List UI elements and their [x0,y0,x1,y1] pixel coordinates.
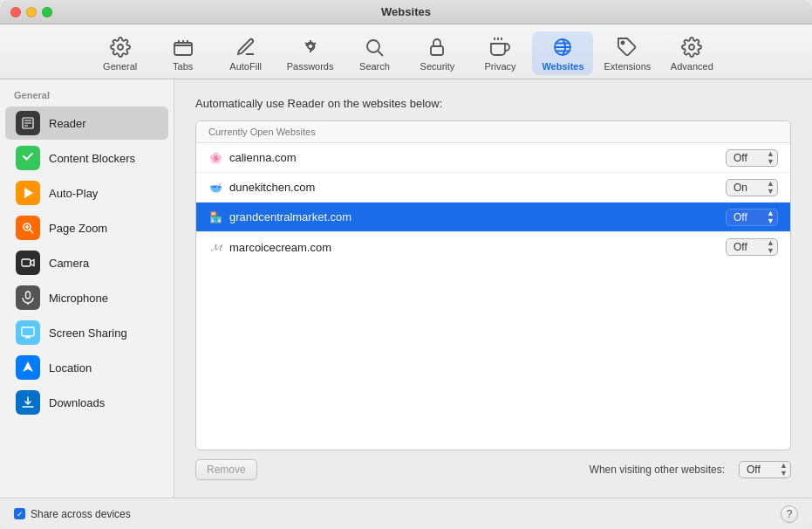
privacy-icon [488,35,512,59]
svg-rect-18 [22,259,31,266]
select-wrapper-0[interactable]: Off On ▲▼ [726,149,778,167]
svg-rect-22 [22,327,34,336]
svg-marker-19 [31,260,34,266]
toolbar-item-advanced[interactable]: Advanced [661,31,722,75]
row-select-0[interactable]: Off On [726,149,778,167]
location-icon [16,355,40,380]
sidebar-item-label-location: Location [49,361,92,374]
share-checkbox[interactable]: ✓ [14,508,25,519]
sidebar-item-label-downloads: Downloads [49,396,105,409]
search-icon [362,35,386,59]
table-row[interactable]: 𝓜 marcoicecream.com Off On ▲▼ [196,232,790,262]
general-icon [108,35,133,59]
window-title: Websites [381,5,431,18]
svg-point-2 [308,44,313,49]
sidebar-item-microphone[interactable]: Microphone [5,281,168,314]
row-select-1[interactable]: Off On [726,179,778,196]
table-row[interactable]: 🏪 grandcentralmarket.com Off On ▲▼ [196,203,790,232]
extensions-label: Extensions [604,61,651,72]
autofill-icon [234,35,258,59]
security-label: Security [420,61,455,72]
toolbar-item-privacy[interactable]: Privacy [469,31,530,75]
sidebar-item-label-microphone: Microphone [49,292,108,305]
websites-label: Websites [542,61,583,72]
extensions-icon [615,35,639,59]
svg-rect-20 [26,292,31,299]
maximize-button[interactable] [42,7,52,17]
autofill-label: AutoFill [229,61,262,72]
visiting-select-wrapper[interactable]: Off On ▲▼ [739,461,791,478]
row-domain-0: calienna.com [229,151,726,164]
advanced-icon [679,35,704,59]
row-select-2[interactable]: Off On [726,209,778,226]
sidebar-item-screen-sharing[interactable]: Screen Sharing [5,316,168,349]
toolbar-item-extensions[interactable]: Extensions [595,31,659,75]
reader-icon [16,111,40,135]
visiting-label: When visiting other websites: [590,464,725,476]
table-row[interactable]: 🥣 dunekitchen.com Off On ▲▼ [196,173,790,203]
toolbar-item-websites[interactable]: Websites [532,31,593,75]
svg-rect-5 [431,46,443,55]
toolbar-item-search[interactable]: Search [344,31,405,75]
footer: ✓ Share across devices ? [0,498,812,529]
sidebar-item-auto-play[interactable]: Auto-Play [5,176,168,210]
svg-point-8 [689,45,694,50]
row-favicon-1: 🥣 [208,181,222,195]
sidebar: General Reader Content Blockers [0,79,174,498]
sidebar-item-location[interactable]: Location [5,351,168,384]
select-wrapper-1[interactable]: Off On ▲▼ [726,179,778,196]
content-panel: Automatically use Reader on the websites… [174,79,812,498]
svg-line-4 [379,52,384,57]
svg-marker-13 [24,188,33,198]
share-label: Share across devices [31,508,131,520]
row-favicon-0: 🌸 [208,151,222,165]
toolbar-item-general[interactable]: General [90,31,151,75]
sidebar-item-label-content-blockers: Content Blockers [49,152,135,165]
svg-rect-1 [174,43,192,55]
websites-table: Currently Open Websites 🌸 calienna.com O… [195,120,791,450]
toolbar-item-security[interactable]: Security [406,31,467,75]
general-label: General [103,61,137,72]
sidebar-item-downloads[interactable]: Downloads [5,386,168,419]
svg-point-7 [622,42,624,45]
row-domain-2: grandcentralmarket.com [229,210,726,223]
tabs-icon [171,35,195,59]
svg-point-3 [367,40,379,52]
visiting-select[interactable]: Off On [739,461,791,478]
passwords-icon [298,35,323,59]
traffic-lights [10,7,52,17]
screen-sharing-icon [16,320,40,345]
select-wrapper-2[interactable]: Off On ▲▼ [726,209,778,226]
table-row[interactable]: 🌸 calienna.com Off On ▲▼ [196,143,790,173]
select-wrapper-3[interactable]: Off On ▲▼ [726,238,778,256]
minimize-button[interactable] [26,7,37,17]
close-button[interactable] [10,7,21,17]
svg-line-15 [30,230,33,233]
bottom-bar: Remove When visiting other websites: Off… [195,450,791,480]
row-select-3[interactable]: Off On [726,238,778,256]
passwords-label: Passwords [287,61,334,72]
websites-icon [550,35,575,59]
remove-button[interactable]: Remove [195,459,257,480]
row-favicon-2: 🏪 [208,210,222,224]
visiting-right: When visiting other websites: Off On ▲▼ [590,461,791,478]
sidebar-item-label-screen-sharing: Screen Sharing [49,326,127,340]
privacy-label: Privacy [484,61,515,72]
sidebar-item-content-blockers[interactable]: Content Blockers [5,141,168,175]
sidebar-item-page-zoom[interactable]: Page Zoom [5,211,168,244]
camera-icon [16,251,40,275]
titlebar: Websites [0,0,812,24]
sidebar-item-label-auto-play: Auto-Play [49,187,98,200]
toolbar-item-passwords[interactable]: Passwords [278,31,343,75]
row-domain-1: dunekitchen.com [229,181,726,194]
toolbar-item-tabs[interactable]: Tabs [153,31,214,75]
sidebar-item-label-camera: Camera [49,257,89,270]
help-button[interactable]: ? [781,505,798,523]
sidebar-item-reader[interactable]: Reader [5,106,168,140]
toolbar-item-autofill[interactable]: AutoFill [215,31,276,75]
sidebar-item-label-reader: Reader [49,117,86,130]
microphone-icon [16,285,40,310]
sidebar-item-label-page-zoom: Page Zoom [49,222,107,235]
sidebar-item-camera[interactable]: Camera [5,246,168,279]
row-favicon-3: 𝓜 [208,240,222,254]
